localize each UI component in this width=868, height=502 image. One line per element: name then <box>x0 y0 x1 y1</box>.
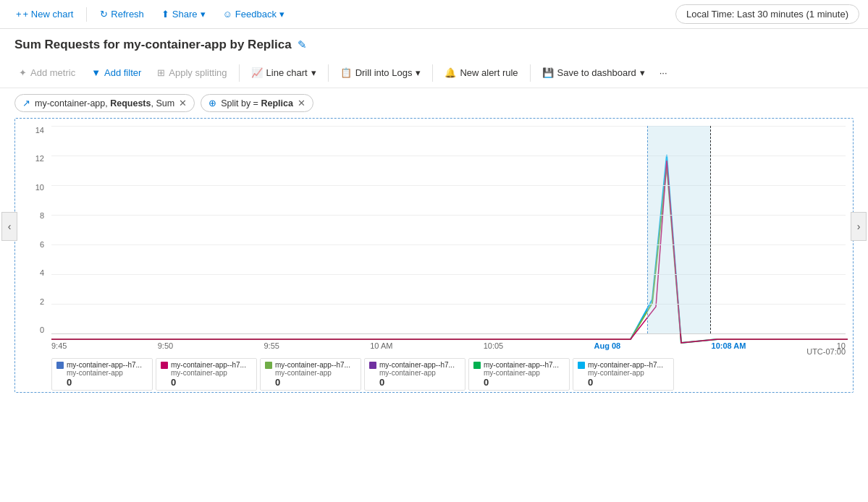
legend-value-1: 0 <box>171 377 252 388</box>
x-label-945: 9:45 <box>51 341 67 350</box>
page-title: Sum Requests for my-container-app by Rep… <box>14 38 292 52</box>
top-toolbar: + + New chart ↻ Refresh ⬆ Share ▾ ☺ Feed… <box>0 0 868 29</box>
more-button[interactable]: ··· <box>654 64 673 82</box>
drill-into-logs-button[interactable]: 📋 Drill into Logs ▾ <box>333 64 429 82</box>
refresh-button[interactable]: ↻ Refresh <box>93 6 151 22</box>
legend-name-1: my-container-app--h7... <box>171 361 246 369</box>
grid-line-0 <box>51 126 846 127</box>
tag-split-icon: ⊕ <box>208 98 216 109</box>
line-series-green <box>51 166 848 343</box>
y-label-0: 0 <box>40 326 44 334</box>
sep-4 <box>530 64 531 82</box>
legend-color-2 <box>265 362 272 369</box>
utc-label: UTC-07:00 <box>806 347 846 356</box>
line-chart-button[interactable]: 📈 Line chart ▾ <box>244 64 324 82</box>
legend-value-0: 0 <box>67 377 148 388</box>
tag-requests-close[interactable]: ✕ <box>179 98 187 109</box>
new-chart-button[interactable]: + + New chart <box>9 6 80 22</box>
sep-1 <box>239 64 240 82</box>
feedback-button[interactable]: ☺ Feedback ▾ <box>216 6 292 22</box>
legend-color-1 <box>161 362 168 369</box>
add-metric-button[interactable]: ✦ Add metric <box>12 64 83 82</box>
linechart-chevron-icon: ▾ <box>311 67 316 78</box>
legend-value-4: 0 <box>484 377 565 388</box>
apply-splitting-button[interactable]: ⊞ Apply splitting <box>150 64 234 82</box>
legend-sub-4: my-container-app <box>484 369 565 377</box>
tag-split-close[interactable]: ✕ <box>298 98 306 109</box>
action-bar: ✦ Add metric ▼ Add filter ⊞ Apply splitt… <box>0 58 868 88</box>
legend-color-5 <box>578 362 585 369</box>
legend-bar: my-container-app--h7... my-container-app… <box>51 358 846 391</box>
tag-requests-label: my-container-app, Requests, Sum <box>35 98 174 109</box>
legend-sub-3: my-container-app <box>379 369 460 377</box>
save-chevron-icon: ▾ <box>640 67 645 78</box>
grid-line-3 <box>51 215 846 216</box>
save-to-dashboard-button[interactable]: 💾 Save to dashboard ▾ <box>535 64 652 82</box>
share-button[interactable]: ⬆ Share ▾ <box>154 6 213 22</box>
legend-item-0: my-container-app--h7... my-container-app… <box>51 358 153 391</box>
y-label-6: 6 <box>40 240 44 249</box>
filter-tag-requests[interactable]: ↗ my-container-app, Requests, Sum ✕ <box>14 94 195 112</box>
line-series-magenta <box>51 161 848 343</box>
filter-icon: ▼ <box>91 67 101 78</box>
new-alert-rule-button[interactable]: 🔔 New alert rule <box>437 64 525 82</box>
legend-item-5: my-container-app--h7... my-container-app… <box>573 358 674 391</box>
legend-name-2: my-container-app--h7... <box>275 361 350 369</box>
legend-sub-2: my-container-app <box>275 369 356 377</box>
filter-bar: ↗ my-container-app, Requests, Sum ✕ ⊕ Sp… <box>0 88 868 118</box>
topbar-right: Local Time: Last 30 minutes (1 minute) <box>675 4 859 24</box>
legend-color-4 <box>473 362 481 369</box>
legend-name-4: my-container-app--h7... <box>484 361 559 369</box>
legend-sub-0: my-container-app <box>67 369 148 377</box>
x-label-1008am: 10:08 AM <box>712 341 746 350</box>
legend-value-3: 0 <box>379 377 460 388</box>
logs-chevron-icon: ▾ <box>416 67 421 78</box>
page-title-bar: Sum Requests for my-container-app by Rep… <box>0 29 868 58</box>
add-filter-button[interactable]: ▼ Add filter <box>84 64 148 82</box>
highlight-region <box>647 126 711 333</box>
share-chevron-icon: ▾ <box>201 9 206 20</box>
feedback-chevron-icon: ▾ <box>279 9 285 20</box>
grid-line-2 <box>51 185 846 186</box>
legend-sub-1: my-container-app <box>171 369 252 377</box>
legend-value-5: 0 <box>588 377 669 388</box>
refresh-icon: ↻ <box>100 9 108 20</box>
y-label-14: 14 <box>35 126 44 135</box>
y-label-8: 8 <box>40 211 44 220</box>
nav-left-arrow[interactable]: ‹ <box>1 212 17 241</box>
legend-color-3 <box>369 362 376 369</box>
sep-2 <box>328 64 329 82</box>
legend-name-3: my-container-app--h7... <box>379 361 455 369</box>
grid-line-6 <box>51 304 846 305</box>
logs-icon: 📋 <box>340 67 352 78</box>
y-label-4: 4 <box>40 268 44 277</box>
alert-icon: 🔔 <box>444 67 456 78</box>
y-axis: 14 12 10 8 6 4 2 0 <box>15 126 50 334</box>
x-label-1005: 10:05 <box>484 341 504 350</box>
nav-right-arrow[interactable]: › <box>851 212 867 241</box>
legend-item-4: my-container-app--h7... my-container-app… <box>468 358 570 391</box>
grid-line-4 <box>51 244 846 245</box>
edit-icon[interactable]: ✎ <box>298 38 307 51</box>
legend-name-5: my-container-app--h7... <box>588 361 663 369</box>
chart-container: 14 12 10 8 6 4 2 0 9:45 9:50 9:55 10 AM … <box>14 118 854 393</box>
tag-metric-icon: ↗ <box>22 98 30 109</box>
linechart-icon: 📈 <box>251 67 263 78</box>
sparkle-icon: ✦ <box>19 67 27 78</box>
grid-line-1 <box>51 156 846 156</box>
legend-sub-5: my-container-app <box>588 369 669 377</box>
grid-line-5 <box>51 274 846 275</box>
plus-icon: + <box>16 9 22 20</box>
chart-svg <box>51 126 846 333</box>
x-axis: 9:45 9:50 9:55 10 AM 10:05 Aug 08 10:08 … <box>51 341 846 356</box>
x-label-aug08: Aug 08 <box>594 341 621 350</box>
time-range-button[interactable]: Local Time: Last 30 minutes (1 minute) <box>675 4 859 24</box>
y-label-10: 10 <box>35 183 44 192</box>
filter-tag-split[interactable]: ⊕ Split by = Replica ✕ <box>201 94 313 112</box>
save-icon: 💾 <box>542 67 554 78</box>
legend-item-1: my-container-app--h7... my-container-app… <box>156 358 257 391</box>
legend-color-0 <box>56 362 64 369</box>
x-label-10am: 10 AM <box>370 341 392 350</box>
x-label-955: 9:55 <box>264 341 279 350</box>
y-label-12: 12 <box>35 154 44 163</box>
